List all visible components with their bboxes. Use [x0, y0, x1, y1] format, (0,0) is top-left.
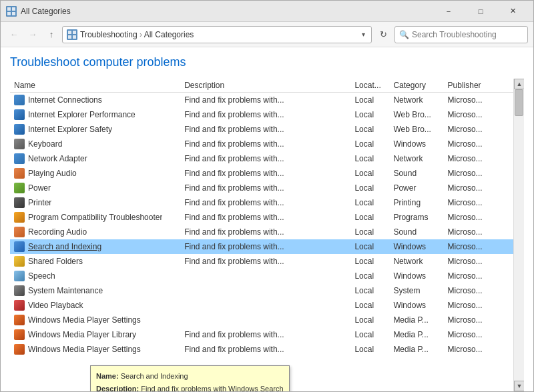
window-icon — [6, 6, 17, 17]
item-icon — [14, 227, 25, 237]
item-publisher: Microso... — [444, 269, 513, 283]
window-controls: − □ ✕ — [433, 1, 528, 22]
search-box[interactable]: 🔍 — [394, 26, 528, 43]
table-row[interactable]: Windows Media Player SettingsLocalMedia … — [10, 313, 513, 327]
address-input[interactable]: Troubleshooting › All Categories ▾ — [62, 26, 372, 43]
item-location: Local — [350, 210, 389, 225]
svg-rect-3 — [7, 12, 11, 15]
svg-rect-8 — [68, 35, 71, 39]
item-name-label: Search and Indexing — [28, 242, 101, 251]
item-icon — [14, 183, 25, 193]
table-row[interactable]: Playing AudioFind and fix problems with.… — [10, 166, 513, 181]
item-publisher: Microso... — [444, 195, 513, 210]
item-publisher: Microso... — [444, 225, 513, 239]
item-description — [180, 269, 350, 283]
table-row[interactable]: PrinterFind and fix problems with...Loca… — [10, 195, 513, 210]
item-location: Local — [350, 122, 389, 137]
item-description — [180, 313, 350, 327]
forward-button[interactable]: → — [25, 27, 41, 43]
item-category: Network — [389, 93, 443, 108]
table-row[interactable]: Windows Media Player LibraryFind and fix… — [10, 327, 513, 342]
item-category: Programs — [389, 210, 443, 225]
item-publisher: Microso... — [444, 239, 513, 254]
item-location: Local — [350, 137, 389, 151]
item-publisher: Microso... — [444, 210, 513, 225]
item-publisher: Microso... — [444, 342, 513, 357]
table-row[interactable]: Search and IndexingFind and fix problems… — [10, 239, 513, 254]
item-description: Find and fix problems with... — [180, 327, 350, 342]
item-category: Windows — [389, 137, 443, 151]
table-row[interactable]: PowerFind and fix problems with...LocalP… — [10, 181, 513, 195]
search-input[interactable] — [412, 30, 523, 39]
svg-rect-9 — [73, 35, 76, 39]
tooltip-description: Description: Find and fix problems with … — [96, 383, 284, 391]
item-publisher: Microso... — [444, 181, 513, 195]
item-name-label: Network Adapter — [28, 154, 87, 163]
table-row[interactable]: Recording AudioFind and fix problems wit… — [10, 225, 513, 239]
item-location: Local — [350, 166, 389, 181]
scroll-up-button[interactable]: ▲ — [514, 79, 524, 89]
item-category: Media P... — [389, 313, 443, 327]
item-name-label: Windows Media Player Settings — [28, 315, 141, 325]
window: All Categories − □ ✕ ← → ↑ Troubleshooti… — [0, 0, 534, 392]
breadcrumb-path: Troubleshooting › All Categories — [80, 30, 357, 39]
refresh-button[interactable]: ↻ — [374, 26, 392, 43]
scrollbar-thumb[interactable] — [515, 89, 523, 116]
item-publisher: Microso... — [444, 254, 513, 269]
item-description: Find and fix problems with... — [180, 195, 350, 210]
breadcrumb-chevron[interactable]: ▾ — [360, 31, 367, 38]
item-icon — [14, 197, 25, 208]
table-row[interactable]: Shared FoldersFind and fix problems with… — [10, 254, 513, 269]
item-name-label: Speech — [28, 271, 55, 281]
main-pane: Troubleshoot computer problems Name Desc… — [1, 47, 533, 391]
item-publisher: Microso... — [444, 298, 513, 313]
col-header-publisher: Publisher — [444, 79, 513, 93]
table-row[interactable]: Video PlaybackLocalWindowsMicroso... — [10, 298, 513, 313]
table-row[interactable]: SpeechLocalWindowsMicroso... — [10, 269, 513, 283]
item-category: Power — [389, 181, 443, 195]
item-publisher: Microso... — [444, 93, 513, 108]
item-icon — [14, 344, 25, 355]
table-row[interactable]: KeyboardFind and fix problems with...Loc… — [10, 137, 513, 151]
tooltip: Name: Search and Indexing Description: F… — [90, 365, 290, 391]
close-button[interactable]: ✕ — [497, 1, 528, 22]
item-location: Local — [350, 298, 389, 313]
address-bar: ← → ↑ Troubleshooting › All Categories ▾… — [1, 22, 533, 47]
item-name-label: Internet Explorer Performance — [28, 110, 136, 119]
item-location: Local — [350, 225, 389, 239]
scroll-down-button[interactable]: ▼ — [514, 381, 524, 391]
up-button[interactable]: ↑ — [43, 27, 59, 43]
item-name-label: Power — [28, 183, 51, 193]
item-location: Local — [350, 107, 389, 122]
col-header-desc: Description — [180, 79, 350, 93]
item-publisher: Microso... — [444, 137, 513, 151]
table-row[interactable]: Windows Media Player SettingsFind and fi… — [10, 342, 513, 357]
title-bar: All Categories − □ ✕ — [1, 1, 533, 22]
item-category: Windows — [389, 239, 443, 254]
item-name-label: Recording Audio — [28, 227, 87, 237]
table-row[interactable]: Network AdapterFind and fix problems wit… — [10, 151, 513, 166]
item-category: Windows — [389, 269, 443, 283]
item-description: Find and fix problems with... — [180, 254, 350, 269]
item-publisher: Microso... — [444, 107, 513, 122]
table-row[interactable]: Internet Explorer SafetyFind and fix pro… — [10, 122, 513, 137]
item-description — [180, 283, 350, 298]
back-button[interactable]: ← — [6, 27, 22, 43]
item-description: Find and fix problems with... — [180, 210, 350, 225]
page-title: Troubleshoot computer problems — [10, 55, 524, 69]
item-description: Find and fix problems with... — [180, 166, 350, 181]
search-icon: 🔍 — [399, 30, 409, 39]
scrollbar[interactable]: ▲ ▼ — [513, 79, 524, 391]
table-row[interactable]: Program Compatibility TroubleshooterFind… — [10, 210, 513, 225]
item-icon — [14, 95, 25, 105]
maximize-button[interactable]: □ — [465, 1, 496, 22]
item-name-label: Program Compatibility Troubleshooter — [28, 213, 162, 222]
table-row[interactable]: System MaintenanceLocalSystemMicroso... — [10, 283, 513, 298]
table-row[interactable]: Internet ConnectionsFind and fix problem… — [10, 93, 513, 108]
table-row[interactable]: Internet Explorer PerformanceFind and fi… — [10, 107, 513, 122]
item-category: System — [389, 283, 443, 298]
tooltip-name: Name: Search and Indexing — [96, 370, 284, 383]
item-category: Network — [389, 254, 443, 269]
minimize-button[interactable]: − — [433, 1, 464, 22]
item-icon — [14, 212, 25, 223]
